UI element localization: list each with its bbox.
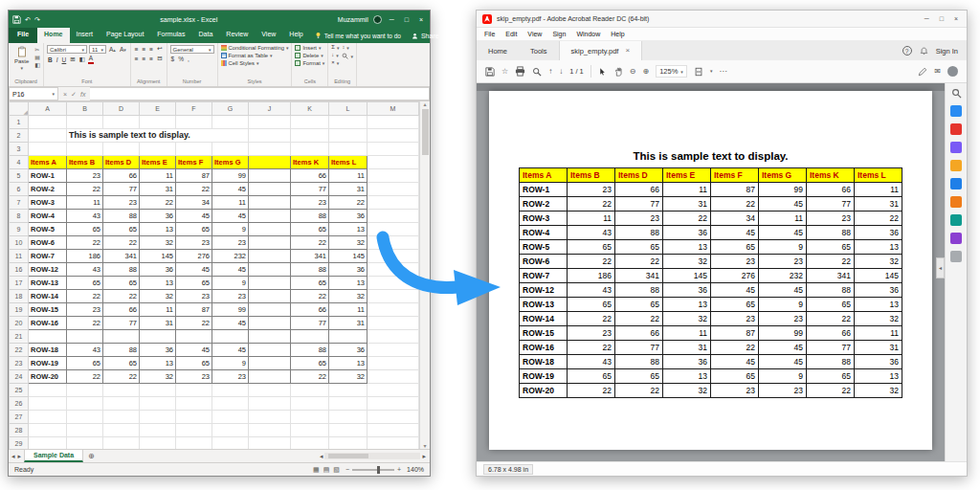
format-cells-button[interactable]: Format▾ xyxy=(295,60,324,66)
cell-A22[interactable]: ROW-18 xyxy=(29,344,67,357)
column-header-E[interactable]: E xyxy=(140,102,176,116)
cell-D4[interactable]: Items D xyxy=(103,156,140,169)
cell-A21[interactable] xyxy=(29,330,67,344)
cell-E11[interactable]: 145 xyxy=(140,250,176,263)
cell-E5[interactable]: 11 xyxy=(140,169,176,183)
cell-F21[interactable] xyxy=(176,330,212,344)
cell-A25[interactable] xyxy=(29,384,67,397)
cell-M28[interactable] xyxy=(368,424,419,437)
vertical-scrollbar[interactable]: ▴ ▾ xyxy=(419,101,430,449)
cell-J3[interactable] xyxy=(249,143,291,156)
cell-G26[interactable] xyxy=(212,397,249,411)
cell-M20[interactable] xyxy=(368,317,419,330)
cell-D23[interactable]: 65 xyxy=(103,357,140,370)
edit-pdf-icon[interactable] xyxy=(950,142,962,153)
tab-data[interactable]: Data xyxy=(192,28,220,43)
cell-B16[interactable]: 43 xyxy=(67,263,103,277)
tab-tools[interactable]: Tools xyxy=(519,41,559,60)
send-email-icon[interactable]: ✉ xyxy=(934,68,941,76)
cell-J22[interactable] xyxy=(249,344,291,357)
insert-function-icon[interactable]: fx xyxy=(80,91,85,98)
row-header-27[interactable]: 27 xyxy=(10,411,29,424)
cell-A5[interactable]: ROW-1 xyxy=(29,169,67,183)
row-header-25[interactable]: 25 xyxy=(10,384,29,397)
cell-G7[interactable]: 11 xyxy=(212,196,249,210)
create-pdf-icon[interactable] xyxy=(950,123,962,135)
cell-L22[interactable]: 36 xyxy=(329,344,368,357)
cell-M18[interactable] xyxy=(368,290,419,303)
cell-G1[interactable] xyxy=(212,116,249,129)
cancel-formula-icon[interactable]: × xyxy=(63,91,67,98)
shrink-font-button[interactable]: A▾ xyxy=(119,46,127,53)
cell-L1[interactable] xyxy=(329,116,368,129)
cell-G27[interactable] xyxy=(212,411,249,424)
sample-text-cell[interactable]: This is sample text to display. xyxy=(67,129,249,143)
account-avatar[interactable] xyxy=(947,66,958,77)
merge-center-button[interactable]: ⊟ xyxy=(156,55,163,62)
cell-blank[interactable] xyxy=(329,129,368,143)
cell-D11[interactable]: 341 xyxy=(103,250,140,263)
row-header-18[interactable]: 18 xyxy=(10,290,29,303)
favorites-star-icon[interactable]: ☆ xyxy=(501,68,508,76)
pdf-close-button[interactable]: × xyxy=(951,15,961,22)
cell-F25[interactable] xyxy=(176,384,212,397)
cell-L11[interactable]: 145 xyxy=(329,250,368,263)
tab-page-layout[interactable]: Page Layout xyxy=(100,28,150,43)
cell-D1[interactable] xyxy=(103,116,140,129)
find-select-button[interactable]: ▾ xyxy=(342,53,353,59)
close-tab-icon[interactable]: × xyxy=(625,47,630,55)
cell-K19[interactable]: 66 xyxy=(291,303,329,317)
cell-K4[interactable]: Items K xyxy=(291,156,329,169)
delete-cells-button[interactable]: Delete▾ xyxy=(295,53,324,58)
scrollbar-thumb[interactable] xyxy=(422,109,429,155)
menu-window[interactable]: Window xyxy=(576,31,600,37)
cell-J21[interactable] xyxy=(249,330,291,344)
organize-pages-icon[interactable] xyxy=(950,196,962,208)
cell-L20[interactable]: 31 xyxy=(329,317,368,330)
save-icon[interactable] xyxy=(12,15,21,24)
formula-input[interactable] xyxy=(90,87,430,100)
tab-document[interactable]: skip_empty.pdf × xyxy=(559,41,643,60)
cell-K3[interactable] xyxy=(291,143,329,156)
print-icon[interactable] xyxy=(515,66,525,77)
cell-K29[interactable] xyxy=(291,437,329,450)
number-format-select[interactable]: General▾ xyxy=(170,45,214,54)
tab-file[interactable]: File xyxy=(9,28,37,43)
cell-D20[interactable]: 77 xyxy=(103,317,140,330)
name-box[interactable]: P16▾ xyxy=(9,87,58,100)
cell-A24[interactable]: ROW-20 xyxy=(29,370,67,384)
cell-F26[interactable] xyxy=(176,397,212,411)
bold-button[interactable]: B xyxy=(47,56,54,63)
fill-color-button[interactable]: ◧ xyxy=(78,56,86,63)
cell-E22[interactable]: 36 xyxy=(140,344,176,357)
cell-K17[interactable]: 65 xyxy=(291,277,329,290)
cell-J6[interactable] xyxy=(249,183,291,196)
cell-D17[interactable]: 65 xyxy=(103,277,140,290)
cell-D6[interactable]: 77 xyxy=(103,183,140,196)
cell-K5[interactable]: 66 xyxy=(291,169,329,183)
grow-font-button[interactable]: A▴ xyxy=(108,46,117,53)
cell-G4[interactable]: Items G xyxy=(212,156,249,169)
column-header-A[interactable]: A xyxy=(29,102,67,116)
zoom-slider-thumb[interactable] xyxy=(377,466,380,474)
menu-help[interactable]: Help xyxy=(611,31,624,37)
column-header-L[interactable]: L xyxy=(329,102,368,116)
row-header-9[interactable]: 9 xyxy=(10,223,29,236)
cell-L27[interactable] xyxy=(329,411,368,424)
cell-E28[interactable] xyxy=(140,424,176,437)
cell-L8[interactable]: 36 xyxy=(329,210,368,223)
cell-F11[interactable]: 276 xyxy=(176,250,212,263)
cell-K20[interactable]: 77 xyxy=(291,317,329,330)
new-sheet-button[interactable]: ⊕ xyxy=(83,450,100,462)
row-header-21[interactable]: 21 xyxy=(10,330,29,344)
cell-D25[interactable] xyxy=(103,384,140,397)
cell-B20[interactable]: 22 xyxy=(67,317,103,330)
cell-E18[interactable]: 32 xyxy=(140,290,176,303)
wrap-text-button[interactable]: ↩ xyxy=(156,45,163,53)
page-fit-caret-icon[interactable]: ▾ xyxy=(710,69,713,74)
cell-D21[interactable] xyxy=(103,330,140,344)
fill-sign-icon[interactable] xyxy=(950,233,962,244)
cell-J10[interactable] xyxy=(249,236,291,250)
cell-G28[interactable] xyxy=(212,424,249,437)
row-header-5[interactable]: 5 xyxy=(10,169,29,183)
